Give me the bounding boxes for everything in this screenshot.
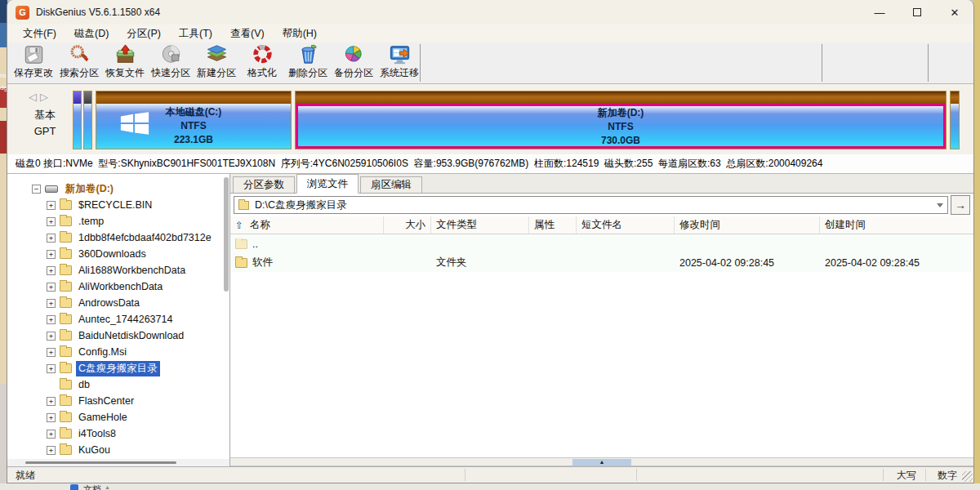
- column-header[interactable]: 属性: [529, 216, 577, 234]
- expand-icon[interactable]: +: [47, 217, 56, 226]
- tab-partition-params[interactable]: 分区参数: [233, 176, 295, 193]
- tree-item[interactable]: +BaiduNetdiskDownload: [7, 327, 221, 344]
- folder-icon: [60, 396, 72, 406]
- minimize-button[interactable]: —: [861, 0, 898, 24]
- expand-icon[interactable]: +: [47, 364, 56, 373]
- partition-type-cap: [296, 91, 946, 104]
- esp-partition-block[interactable]: [73, 91, 82, 149]
- tree-item[interactable]: +i4Tools8: [7, 425, 221, 442]
- trailing-partition-block[interactable]: [950, 91, 960, 149]
- column-header[interactable]: 修改时间: [675, 216, 820, 234]
- tree-item-label: AliWorkbenchData: [76, 280, 165, 293]
- disk-nav-arrows[interactable]: ◁▷: [29, 91, 51, 103]
- disk-scheme-label: 基本 GPT: [25, 107, 65, 140]
- collapse-up-button[interactable]: ▲: [572, 459, 631, 466]
- tab-sector-edit[interactable]: 扇区编辑: [360, 176, 422, 193]
- column-header[interactable]: 文件类型: [431, 216, 529, 234]
- address-input[interactable]: D:\C盘瘦身搬家目录: [234, 196, 948, 214]
- menu-help[interactable]: 帮助(H): [274, 25, 326, 42]
- expand-icon[interactable]: +: [47, 201, 56, 210]
- menu-view[interactable]: 查看(V): [221, 25, 274, 42]
- tab-bar: 分区参数 浏览文件 扇区编辑: [230, 174, 973, 194]
- tree-item-label: Auntec_1744263714: [76, 313, 175, 326]
- tree-item[interactable]: −新加卷(D:): [7, 180, 221, 197]
- tree-item[interactable]: +GameHole: [7, 409, 221, 425]
- chevron-down-icon[interactable]: [937, 203, 943, 211]
- tree-item[interactable]: +Config.Msi: [7, 344, 221, 360]
- tree-item-label: 新加卷(D:): [63, 181, 116, 197]
- expand-icon[interactable]: +: [47, 332, 56, 341]
- save-changes-button[interactable]: 保存更改: [11, 44, 56, 82]
- msr-partition-block[interactable]: [83, 91, 92, 149]
- table-row[interactable]: ..: [230, 234, 973, 253]
- partition-scheme: GPT: [25, 123, 65, 140]
- recover-files-button[interactable]: 恢复文件: [102, 44, 148, 82]
- status-num-indicator: 数字: [929, 469, 966, 483]
- tree-item[interactable]: +Ali1688WorkbenchData: [7, 262, 221, 278]
- tree-item[interactable]: +Auntec_1744263714: [7, 311, 221, 327]
- close-button[interactable]: ✕: [936, 0, 973, 24]
- table-row[interactable]: 软件文件夹2025-04-02 09:28:452025-04-02 09:28…: [230, 253, 973, 272]
- expand-icon[interactable]: +: [47, 299, 56, 308]
- toolbar-separator: [928, 44, 929, 82]
- toolbar-separator: [822, 44, 822, 82]
- disk-layout-bar: 本地磁盘(C:) NTFS 223.1GB 新加卷(D:) NTFS 730.0…: [73, 91, 960, 149]
- quick-partition-button[interactable]: 快速分区: [148, 44, 194, 82]
- collapse-icon[interactable]: −: [32, 185, 41, 194]
- tree-item[interactable]: +AndrowsData: [7, 295, 221, 311]
- expand-icon[interactable]: +: [47, 315, 56, 324]
- expand-icon[interactable]: +: [47, 430, 56, 439]
- expand-icon[interactable]: +: [47, 413, 56, 422]
- delete-partition-button[interactable]: 删除分区: [285, 44, 331, 82]
- tree-vertical-scrollbar[interactable]: [224, 177, 229, 292]
- column-header[interactable]: ⇧名称: [230, 216, 384, 234]
- tree-item[interactable]: +1dbb8f4efcbdaaf402bd7312e: [7, 229, 221, 246]
- system-migration-button[interactable]: 系统迁移: [376, 44, 422, 82]
- table-cell-created: 2025-04-02 09:28:45: [820, 257, 973, 269]
- folder-icon: [60, 412, 72, 422]
- tree-horizontal-scrollbar[interactable]: [7, 459, 229, 466]
- menu-tools[interactable]: 工具(T): [170, 25, 221, 42]
- tree-item[interactable]: +KuGou: [7, 442, 221, 458]
- partition-d-label: 新加卷(D:) NTFS 730.0GB: [298, 106, 943, 148]
- expand-icon[interactable]: +: [47, 446, 56, 455]
- column-header[interactable]: 短文件名: [577, 216, 675, 234]
- tree-item[interactable]: +360Downloads: [7, 246, 221, 262]
- partition-block-d-selected[interactable]: 新加卷(D:) NTFS 730.0GB: [295, 91, 947, 149]
- expand-icon[interactable]: +: [47, 348, 56, 357]
- folder-icon: [60, 200, 72, 210]
- tree-item[interactable]: +.temp: [7, 213, 221, 229]
- tab-browse-files[interactable]: 浏览文件: [296, 174, 359, 194]
- partition-block-c[interactable]: 本地磁盘(C:) NTFS 223.1GB: [96, 91, 292, 149]
- menu-disk[interactable]: 磁盘(D): [65, 25, 118, 42]
- search-partition-button[interactable]: 搜索分区: [56, 44, 102, 82]
- backup-partition-button[interactable]: 备份分区: [331, 44, 376, 82]
- menu-bar: 文件(F) 磁盘(D) 分区(P) 工具(T) 查看(V) 帮助(H): [7, 24, 973, 42]
- go-button[interactable]: →: [951, 195, 970, 215]
- recover-files-icon: [114, 44, 136, 65]
- tree-item[interactable]: +$RECYCLE.BIN: [7, 197, 221, 213]
- maximize-button[interactable]: [898, 0, 936, 24]
- expand-icon[interactable]: +: [47, 283, 56, 292]
- tree-item[interactable]: +AliWorkbenchData: [7, 278, 221, 295]
- menu-file[interactable]: 文件(F): [14, 25, 65, 42]
- desktop-item-label: 文档: [83, 483, 101, 490]
- partition-type-cap: [96, 91, 291, 104]
- tree-item-label: $RECYCLE.BIN: [76, 198, 154, 212]
- tree-item[interactable]: +C盘瘦身搬家目录: [7, 360, 221, 376]
- tree-item[interactable]: db: [7, 376, 221, 393]
- menu-partition[interactable]: 分区(P): [118, 25, 170, 42]
- panel-splitter[interactable]: ▲: [230, 457, 973, 466]
- new-partition-button[interactable]: 新建分区: [194, 44, 239, 82]
- expand-icon[interactable]: +: [47, 250, 56, 259]
- maximize-icon: [913, 8, 921, 16]
- format-button[interactable]: 格式化: [239, 44, 285, 82]
- column-header[interactable]: 大小: [384, 216, 431, 234]
- expand-icon[interactable]: +: [47, 266, 56, 275]
- column-header[interactable]: 创建时间: [820, 216, 973, 234]
- tree-item[interactable]: +FlashCenter: [7, 393, 221, 409]
- resize-grip[interactable]: [962, 471, 973, 482]
- expand-icon[interactable]: +: [47, 397, 56, 406]
- search-partition-icon: [69, 44, 91, 65]
- expand-icon[interactable]: +: [47, 234, 56, 243]
